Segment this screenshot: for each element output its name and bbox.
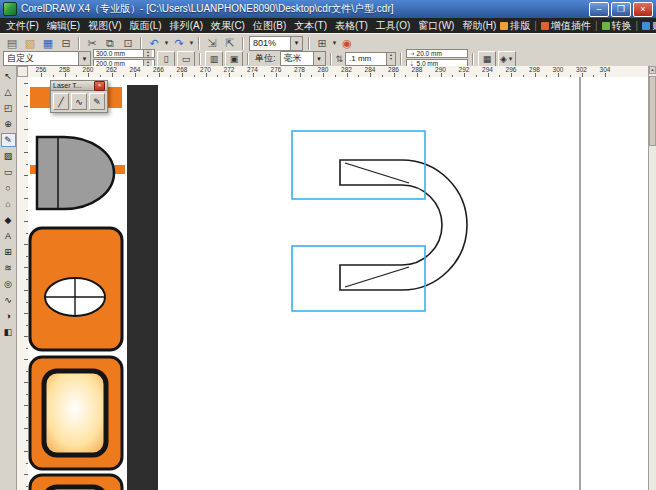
ruler-label: 296 — [506, 66, 517, 73]
spinner-icon[interactable]: ▴▾ — [143, 50, 152, 57]
drawing-canvas[interactable] — [28, 77, 648, 490]
maximize-button[interactable]: ❐ — [611, 2, 631, 17]
pen-curve-button[interactable]: ✎ — [89, 93, 105, 110]
save-button[interactable]: ▦ — [39, 35, 57, 51]
flyout-close-button[interactable]: × — [94, 81, 105, 91]
window-title: CorelDRAW X4（专业版）- [C:\Users\LUANPHONE80… — [21, 2, 585, 16]
menubar-button-convert[interactable]: 转换 — [602, 19, 632, 33]
open-button[interactable]: ▧ — [21, 35, 39, 51]
toolbox: ↖△◰⊕✎▨▭○⌂◆A⊞≋◎∿◑◧ — [0, 66, 17, 490]
menu-arrange[interactable]: 排列(A) — [166, 19, 207, 33]
undo-icon: ↶ — [149, 37, 158, 50]
page-preset-select[interactable]: 自定义 ▼ — [3, 51, 91, 66]
design-d-shape[interactable] — [37, 137, 114, 209]
portrait-button[interactable]: ▯ — [157, 51, 175, 67]
vertical-scrollbar[interactable]: ▲ — [648, 66, 656, 490]
interactive-blend-tool[interactable]: ≋ — [1, 261, 16, 275]
crop-tool[interactable]: ◰ — [1, 101, 16, 115]
app-icon — [3, 2, 17, 16]
scroll-up-icon[interactable]: ▲ — [649, 66, 656, 74]
menu-view[interactable]: 视图(V) — [84, 19, 125, 33]
minimize-button[interactable]: – — [589, 2, 609, 17]
design-dark-strip[interactable] — [127, 85, 158, 490]
ruler-origin-corner[interactable] — [17, 66, 28, 77]
all-pages-button[interactable]: ▥ — [205, 51, 223, 67]
ruler-label: 256 — [36, 66, 47, 73]
eyedropper-tool[interactable]: ◎ — [1, 277, 16, 291]
horseshoe-shape[interactable] — [340, 160, 467, 290]
chevron-down-icon[interactable]: ▼ — [163, 40, 170, 46]
menubar-button-typeset[interactable]: 排版 — [500, 19, 530, 33]
ruler-label: 272 — [224, 66, 235, 73]
ruler-label: 276 — [271, 66, 282, 73]
portrait-icon: ▯ — [164, 54, 169, 64]
redo-button[interactable]: ↷ — [170, 35, 188, 51]
menu-edit[interactable]: 编辑(E) — [43, 19, 84, 33]
menubar-button-plugins[interactable]: 增值插件 — [541, 19, 591, 33]
corel-online-button[interactable]: ◉ — [338, 35, 356, 51]
nudge-offset-input[interactable]: .1 mm ▴▾ — [345, 52, 396, 66]
flyout-titlebar[interactable]: Laser T... × — [50, 80, 108, 91]
rectangle-tool[interactable]: ▭ — [1, 165, 16, 179]
polygon-tool[interactable]: ⌂ — [1, 197, 16, 211]
import-button[interactable]: ⇲ — [203, 35, 221, 51]
ellipse-tool[interactable]: ○ — [1, 181, 16, 195]
new-document-icon: ▤ — [7, 37, 17, 50]
fill-tool[interactable]: ◑ — [1, 309, 16, 323]
menu-layout[interactable]: 版面(L) — [125, 19, 165, 33]
basic-shapes-tool[interactable]: ◆ — [1, 213, 16, 227]
interactive-fill-tool[interactable]: ◧ — [1, 325, 16, 339]
paste-icon: ⊡ — [123, 37, 132, 50]
units-select[interactable]: 毫米 ▼ — [280, 51, 326, 66]
current-page-button[interactable]: ▣ — [225, 51, 243, 67]
text-tool[interactable]: A — [1, 229, 16, 243]
bezier-curve-button[interactable]: ∿ — [71, 93, 87, 110]
new-document-button[interactable]: ▤ — [3, 35, 21, 51]
ruler-label: 286 — [388, 66, 399, 73]
freehand-tool[interactable]: ✎ — [1, 133, 16, 147]
menu-window[interactable]: 窗口(W) — [414, 19, 458, 33]
spinner-icon[interactable]: ▴▾ — [386, 53, 395, 65]
menubar-extras: 排版|增值插件|转换|贴齐 — [500, 19, 656, 33]
menu-effects[interactable]: 效果(C) — [207, 19, 249, 33]
snap-options-button[interactable]: ◈▼ — [498, 51, 516, 67]
ruler-label: 290 — [435, 66, 446, 73]
menu-tools[interactable]: 工具(O) — [372, 19, 414, 33]
application-launcher-button[interactable]: ⊞ — [313, 35, 331, 51]
chevron-down-icon[interactable]: ▼ — [188, 40, 195, 46]
landscape-icon: ▭ — [182, 54, 191, 64]
ruler-label: 282 — [341, 66, 352, 73]
pick-tool[interactable]: ↖ — [1, 69, 16, 83]
ruler-label: 294 — [482, 66, 493, 73]
ruler-label: 300 — [553, 66, 564, 73]
snap-to-button[interactable]: ▦ — [478, 51, 496, 67]
scrollbar-thumb[interactable] — [649, 76, 656, 146]
zoom-level-select[interactable]: 801%▼ — [249, 36, 303, 51]
menu-file[interactable]: 文件(F) — [2, 19, 43, 33]
export-button[interactable]: ⇱ — [221, 35, 239, 51]
page-width-input[interactable]: 300.0 mm ▴▾ — [93, 49, 155, 58]
close-button[interactable]: × — [633, 2, 653, 17]
freehand-curve-button[interactable]: ╱ — [53, 93, 69, 110]
separator — [199, 53, 201, 65]
menubar-button-typeset-label: 排版 — [510, 19, 530, 33]
separator — [472, 53, 474, 65]
landscape-button[interactable]: ▭ — [177, 51, 195, 67]
outline-pen-tool[interactable]: ∿ — [1, 293, 16, 307]
ruler-label: 298 — [529, 66, 540, 73]
design-gradient-key-1[interactable] — [44, 371, 106, 455]
print-button[interactable]: ⊟ — [57, 35, 75, 51]
menubar-button-snap[interactable]: 贴齐 — [642, 19, 656, 33]
zoom-tool[interactable]: ⊕ — [1, 117, 16, 131]
duplicate-distance-x-input[interactable]: ⇢ 20.0 mm — [406, 49, 468, 58]
chevron-down-icon[interactable]: ▼ — [331, 40, 338, 46]
shape-tool[interactable]: △ — [1, 85, 16, 99]
smart-fill-tool[interactable]: ▨ — [1, 149, 16, 163]
menu-bitmaps[interactable]: 位图(B) — [249, 19, 290, 33]
menu-help[interactable]: 帮助(H) — [458, 19, 500, 33]
application-launcher-icon: ⊞ — [317, 37, 326, 50]
menu-text[interactable]: 文本(T) — [290, 19, 331, 33]
table-tool[interactable]: ⊞ — [1, 245, 16, 259]
units-value: 毫米 — [281, 52, 313, 65]
menu-table[interactable]: 表格(T) — [331, 19, 372, 33]
